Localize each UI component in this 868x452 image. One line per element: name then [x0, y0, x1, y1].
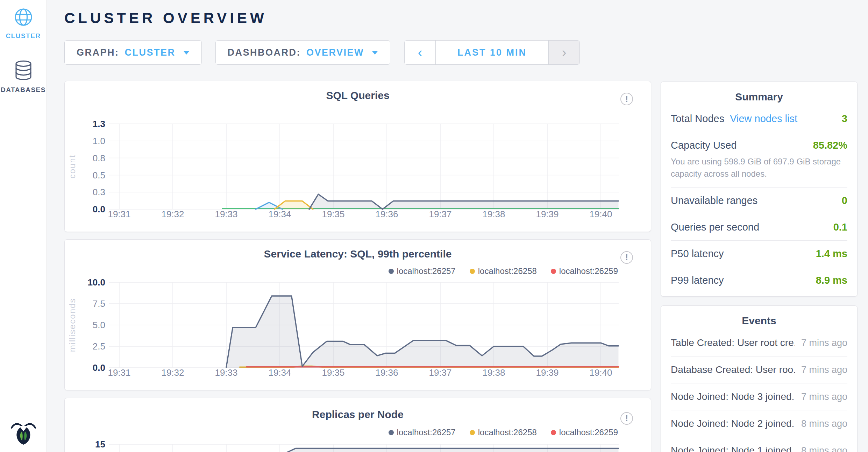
svg-text:7.5: 7.5 — [93, 298, 105, 309]
legend-dot-icon — [470, 269, 475, 274]
chart-svg: 05101519:3119:3219:3319:3419:3519:3619:3… — [65, 437, 652, 452]
time-range-button[interactable]: LAST 10 MIN — [436, 41, 548, 64]
events-panel: Events Table Created: User root cre... 7… — [661, 305, 858, 452]
svg-text:19:37: 19:37 — [429, 367, 451, 378]
graph-dropdown-label: GRAPH: — [77, 47, 119, 58]
service-latency-chart-card: Service Latency: SQL, 99th percentile ! … — [64, 239, 651, 390]
summary-row: P50 latency 1.4 ms — [671, 240, 847, 267]
chart-title: Service Latency: SQL, 99th percentile — [65, 248, 651, 260]
sidebar-item-cluster[interactable]: CLUSTER — [0, 8, 47, 40]
event-text: Table Created: User root cre... — [671, 337, 795, 348]
chart-plot-area[interactable]: 0.02.55.07.510.019:3119:3219:3319:3419:3… — [65, 275, 652, 384]
time-next-button[interactable]: › — [548, 41, 579, 64]
summary-row-label: Capacity Used — [671, 140, 737, 151]
time-prev-button[interactable]: ‹ — [405, 41, 436, 64]
databases-icon — [14, 60, 33, 82]
graph-dropdown[interactable]: GRAPH: CLUSTER — [64, 40, 202, 65]
svg-text:19:31: 19:31 — [108, 367, 130, 378]
time-range-selector: ‹ LAST 10 MIN › — [404, 40, 580, 65]
summary-row-value: 1.4 ms — [816, 248, 847, 260]
y-axis-label: count — [67, 155, 77, 179]
legend-dot-icon — [551, 430, 556, 435]
chevron-down-icon — [183, 51, 190, 55]
svg-text:19:32: 19:32 — [161, 209, 184, 219]
svg-text:19:31: 19:31 — [108, 209, 130, 219]
svg-text:19:35: 19:35 — [322, 367, 344, 378]
svg-text:0.3: 0.3 — [93, 187, 105, 197]
legend-item: localhost:26257 — [389, 428, 456, 437]
summary-row-label: Total Nodes — [671, 113, 724, 125]
svg-text:19:33: 19:33 — [215, 209, 237, 219]
event-text: Node Joined: Node 1 joined... — [671, 445, 795, 452]
svg-text:19:40: 19:40 — [589, 367, 612, 378]
svg-text:19:39: 19:39 — [536, 367, 558, 378]
svg-text:0.8: 0.8 — [93, 153, 105, 163]
legend-dot-icon — [389, 269, 394, 274]
event-time: 8 mins ago — [801, 445, 847, 452]
dashboard-dropdown-value: OVERVIEW — [306, 47, 364, 58]
event-row[interactable]: Node Joined: Node 3 joined... 7 mins ago — [671, 383, 847, 410]
legend-label: localhost:26257 — [397, 428, 456, 437]
svg-text:15: 15 — [95, 439, 105, 450]
svg-text:2.5: 2.5 — [93, 341, 105, 352]
svg-text:1.0: 1.0 — [93, 136, 105, 146]
x-tick-labels: 19:3119:3219:3319:3419:3519:3619:3719:38… — [108, 367, 612, 378]
svg-text:19:37: 19:37 — [429, 209, 451, 219]
legend-label: localhost:26258 — [478, 428, 537, 437]
summary-title: Summary — [671, 91, 847, 103]
chart-legend: localhost:26257localhost:26258localhost:… — [389, 428, 618, 437]
svg-text:19:32: 19:32 — [161, 367, 184, 378]
event-row[interactable]: Node Joined: Node 1 joined... 8 mins ago — [671, 437, 847, 452]
events-title: Events — [671, 315, 847, 327]
legend-dot-icon — [389, 430, 394, 435]
view-nodes-list-link[interactable]: View nodes list — [730, 113, 797, 125]
legend-dot-icon — [551, 269, 556, 274]
chevron-down-icon — [372, 51, 378, 55]
chart-title: SQL Queries — [65, 90, 651, 101]
chart-svg: 0.00.30.50.81.01.319:3119:3219:3319:3419… — [65, 116, 652, 225]
svg-text:19:36: 19:36 — [375, 367, 398, 378]
x-gridlines — [119, 124, 601, 209]
chart-svg: 0.02.55.07.510.019:3119:3219:3319:3419:3… — [65, 275, 652, 383]
y-axis-label: milliseconds — [67, 298, 77, 352]
event-row[interactable]: Table Created: User root cre... 7 mins a… — [671, 330, 847, 356]
event-row[interactable]: Database Created: User roo... 7 mins ago — [671, 356, 847, 383]
summary-row: Capacity Used 85.82% You are using 598.9… — [671, 132, 847, 187]
globe-icon — [14, 8, 33, 28]
x-tick-labels: 19:3119:3219:3319:3419:3519:3619:3719:38… — [108, 209, 612, 219]
svg-text:19:38: 19:38 — [482, 367, 505, 378]
svg-text:19:34: 19:34 — [268, 367, 291, 378]
svg-text:0.0: 0.0 — [93, 204, 105, 214]
dashboard-dropdown[interactable]: DASHBOARD: OVERVIEW — [215, 40, 391, 65]
summary-row-label: Queries per second — [671, 221, 759, 233]
capacity-caption: You are using 598.9 GiB of 697.9 GiB sto… — [671, 155, 847, 180]
info-icon[interactable]: ! — [620, 412, 633, 425]
series-area-localhost:26257 — [226, 296, 619, 368]
svg-text:0.5: 0.5 — [93, 170, 105, 181]
event-text: Database Created: User roo... — [671, 364, 795, 375]
series-area-slate-series — [309, 194, 618, 209]
y-tick-labels: 051015 — [95, 439, 105, 452]
summary-row-value: 8.9 ms — [816, 275, 847, 286]
summary-row-label: P50 latency — [671, 248, 724, 260]
graph-dropdown-value: CLUSTER — [125, 47, 176, 58]
y-tick-labels: 0.02.55.07.510.0 — [87, 277, 105, 373]
y-gridlines — [109, 124, 619, 209]
sql-queries-chart-card: SQL Queries ! 0.00.30.50.81.01.319:3119:… — [64, 81, 651, 232]
cockroachdb-logo[interactable] — [10, 418, 37, 446]
event-row[interactable]: Node Joined: Node 2 joined... 8 mins ago — [671, 410, 847, 437]
info-icon[interactable]: ! — [620, 93, 633, 105]
summary-row-label: Unavailable ranges — [671, 195, 757, 206]
sidebar-item-label: CLUSTER — [6, 32, 41, 40]
chart-plot-area[interactable]: 05101519:3119:3219:3319:3419:3519:3619:3… — [65, 437, 652, 452]
svg-text:19:34: 19:34 — [268, 209, 291, 219]
info-icon[interactable]: ! — [620, 251, 633, 264]
sidebar-item-databases[interactable]: DATABASES — [0, 60, 47, 94]
sidebar-item-label: DATABASES — [1, 86, 46, 94]
page-title: CLUSTER OVERVIEW — [64, 10, 651, 27]
chart-plot-area[interactable]: 0.00.30.50.81.01.319:3119:3219:3319:3419… — [65, 116, 652, 226]
summary-row-value: 85.82% — [813, 140, 847, 151]
summary-row: P99 latency 8.9 ms — [671, 267, 847, 294]
summary-row-value: 3 — [842, 113, 847, 125]
summary-row: Queries per second 0.1 — [671, 214, 847, 240]
